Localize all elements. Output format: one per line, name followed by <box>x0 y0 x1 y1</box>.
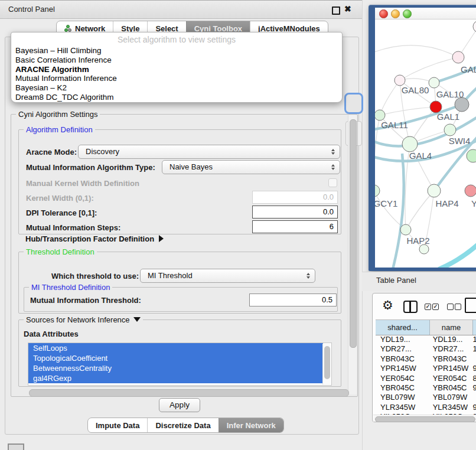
deselect-all-checkbox-icon[interactable] <box>447 304 454 310</box>
network-node-y[interactable] <box>465 185 476 197</box>
deselect-all-checkbox-icon[interactable] <box>455 304 461 310</box>
table-panel-title: Table Panel <box>376 276 416 285</box>
attribute-item[interactable]: BetweennessCentrality <box>28 363 323 373</box>
node-label: GAL1 <box>437 112 459 122</box>
table-row[interactable]: YBL079WYBL079W <box>376 393 476 402</box>
close-traffic-light[interactable] <box>379 9 388 18</box>
table-cell: YBL079W <box>428 393 471 402</box>
zoom-traffic-light[interactable] <box>403 9 412 18</box>
table-row[interactable]: YBR043CYBR043C <box>376 354 476 364</box>
sources-group: Sources for Network Inference Data Attri… <box>18 319 341 387</box>
table-cell: YER054C <box>376 374 428 383</box>
network-node-gcy1[interactable] <box>375 185 380 197</box>
node-label: GAL4 <box>409 151 432 161</box>
network-node[interactable] <box>467 149 476 162</box>
settings-scrollbar[interactable] <box>348 115 357 394</box>
table-cell: YLR345W <box>428 403 471 412</box>
tab-label: Infer Network <box>227 421 276 430</box>
table-row[interactable]: YDR27...YDR27...12 <box>376 344 476 354</box>
table-cell <box>471 393 476 402</box>
minimize-traffic-light[interactable] <box>391 9 400 18</box>
network-node-gal[interactable] <box>452 51 464 63</box>
attributes-scrollbar-thumb[interactable] <box>324 346 330 379</box>
column-header[interactable]: name <box>430 320 473 335</box>
tab-infer-network[interactable]: Infer Network <box>219 418 283 432</box>
sources-title-text: Sources for Network Inference <box>26 315 130 324</box>
tab-label: Discretize Data <box>155 421 210 430</box>
combo-arrows-icon <box>331 161 335 174</box>
table-hscrollbar-thumb[interactable] <box>375 416 475 422</box>
aracne-mode-combo[interactable]: Discovery <box>78 145 340 159</box>
network-node-gal11[interactable] <box>375 110 385 120</box>
attribute-item[interactable]: gal4RGexp <box>28 373 323 383</box>
new-table-icon[interactable] <box>465 298 476 313</box>
table-row[interactable]: YER054CYER054C8. <box>376 374 476 383</box>
algorithm-option[interactable]: Bayesian – Hill Climbing <box>14 46 339 56</box>
hub-definition-expander[interactable]: Hub/Transcription Factor Definition <box>25 234 164 243</box>
network-node-gal1[interactable] <box>430 101 442 113</box>
network-node[interactable] <box>455 97 469 112</box>
algorithm-option[interactable]: Dream8 DC_TDC Algorithm <box>14 93 339 102</box>
float-window-icon[interactable] <box>332 6 340 15</box>
network-node-gal80[interactable] <box>395 75 405 86</box>
algorithm-option[interactable]: Bayesian – K2 <box>14 83 339 93</box>
gear-icon[interactable]: ⚙ <box>382 298 393 312</box>
columns-icon[interactable] <box>403 301 418 313</box>
mi-threshold-label: Mutual Information Threshold: <box>30 296 141 305</box>
tab-impute-data[interactable]: Impute Data <box>88 418 147 432</box>
network-node[interactable] <box>419 244 429 254</box>
network-node[interactable] <box>473 21 476 32</box>
dpi-tolerance-field[interactable]: 0.0 <box>252 206 338 219</box>
select-all-checkbox-icon[interactable]: ✓ <box>425 304 431 310</box>
which-threshold-label: Which threshold to use: <box>51 272 139 281</box>
threshold-definition-group: Threshold Definition Which threshold to … <box>18 252 341 314</box>
table-cell: 9. <box>471 383 476 393</box>
hidden-combo-fragment <box>344 93 363 114</box>
table-row[interactable]: YDL19...YDL19...13 <box>376 335 476 344</box>
expander-arrow-icon <box>159 235 164 242</box>
attributes-scrollbar[interactable] <box>322 344 331 384</box>
settings-scrollbar-thumb[interactable] <box>350 119 357 348</box>
dpi-tolerance-label: DPI Tolerance [0,1]: <box>26 208 97 217</box>
network-node-hap4[interactable] <box>428 184 441 197</box>
network-canvas[interactable]: GALGAL80GAL10GAL1GAL11SWI4GAL4GCY1HAP4YH… <box>375 19 476 268</box>
algorithm-option[interactable]: ARACNE Algorithm <box>14 65 339 74</box>
tab-discretize-data[interactable]: Discretize Data <box>147 418 218 432</box>
table-cell: YBL079W <box>376 393 428 402</box>
control-panel: Control Panel ✖ NetworkStyleSelectCyni T… <box>0 0 363 450</box>
mi-threshold-field[interactable]: 0.5 <box>249 294 337 306</box>
algorithm-option[interactable]: Mutual Information Inference <box>14 74 339 83</box>
table-cell: YDR27... <box>428 344 471 354</box>
algorithm-option[interactable]: Basic Correlation Inference <box>14 56 339 65</box>
apply-button[interactable]: Apply <box>159 398 200 412</box>
manual-kernel-checkbox[interactable] <box>328 178 337 187</box>
network-node-hap2[interactable] <box>400 224 411 235</box>
select-all-checkbox-icon[interactable]: ✓ <box>432 304 439 310</box>
node-label: GCY1 <box>375 198 397 208</box>
settings-hscrollbar-thumb[interactable] <box>29 389 349 397</box>
table-row[interactable]: YPR145WYPR145W9. <box>376 364 476 373</box>
table-cell: YDR27... <box>376 344 428 354</box>
column-header[interactable]: A <box>473 320 476 335</box>
network-edge <box>439 229 476 268</box>
attribute-item[interactable]: SelfLoops <box>28 343 323 353</box>
network-node-gal10[interactable] <box>429 77 439 88</box>
kernel-width-field[interactable]: 0.0 <box>252 191 338 204</box>
node-label: GAL11 <box>381 120 408 130</box>
mi-type-combo[interactable]: Naive Bayes <box>162 160 340 174</box>
attribute-item[interactable]: TopologicalCoefficient <box>28 353 323 363</box>
panel-corner-icon[interactable] <box>8 444 24 450</box>
network-node-gal4[interactable] <box>402 136 418 152</box>
table-hscrollbar[interactable] <box>373 415 476 422</box>
close-icon[interactable]: ✖ <box>344 4 351 14</box>
network-node-swi4[interactable] <box>444 124 456 136</box>
which-threshold-combo[interactable]: MI Threshold <box>140 269 315 283</box>
sources-group-title[interactable]: Sources for Network Inference <box>24 315 143 324</box>
table-row[interactable]: YBR045CYBR045C9. <box>376 383 476 393</box>
column-header[interactable]: shared... <box>376 320 430 335</box>
mi-steps-field[interactable]: 6 <box>252 220 338 233</box>
network-edge <box>406 191 434 230</box>
table-row[interactable]: YLR345WYLR345W9. <box>376 403 476 412</box>
table-cell: 8. <box>471 374 476 383</box>
cyni-algorithm-settings-group: Cyni Algorithm Settings Algorithm Defini… <box>11 114 358 397</box>
